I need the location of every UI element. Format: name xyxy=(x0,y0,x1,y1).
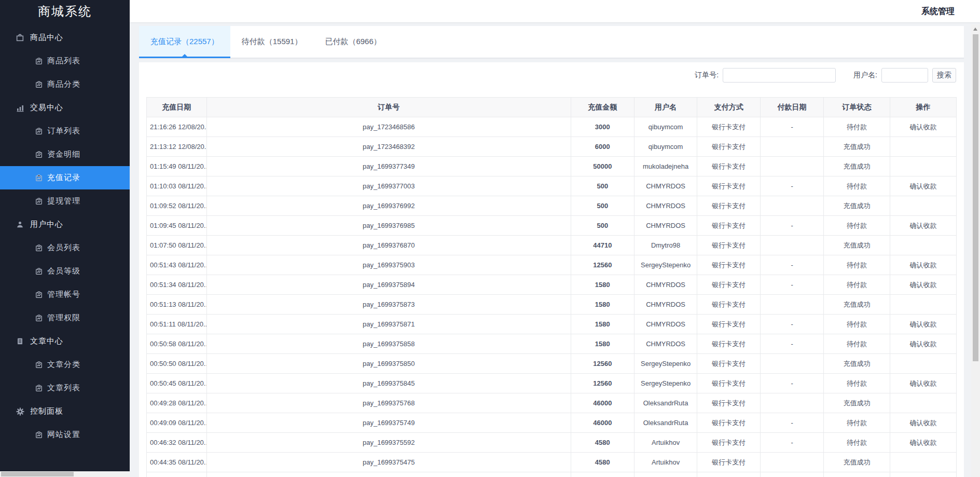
vertical-scrollbar-thumb[interactable] xyxy=(973,34,978,361)
order-status-cell: 充值成功 xyxy=(823,354,890,374)
sidebar-item-label: 管理权限 xyxy=(47,313,80,323)
sidebar-section-control-panel[interactable]: 控制面板 xyxy=(0,400,130,423)
sidebar-item-withdraw-manage[interactable]: 提现管理 xyxy=(0,189,130,213)
pay-date-cell xyxy=(761,393,824,413)
order-no-cell: pay_1699375871 xyxy=(206,315,571,334)
confirm-receipt-button[interactable]: 确认收款 xyxy=(909,281,936,289)
empty-cell xyxy=(571,472,634,477)
recharge-date-cell: 00:50:58 08/11/20... xyxy=(147,334,207,354)
username-cell: CHMYRDOS xyxy=(634,295,697,315)
board-icon xyxy=(35,128,43,135)
sidebar-horizontal-scrollbar[interactable] xyxy=(0,471,130,477)
confirm-receipt-button[interactable]: 确认收款 xyxy=(909,340,936,348)
username-input[interactable] xyxy=(881,68,928,83)
confirm-receipt-button[interactable]: 确认收款 xyxy=(909,182,936,190)
order-status-cell: 待付款 xyxy=(823,216,890,236)
confirm-receipt-button[interactable]: 确认收款 xyxy=(909,261,936,269)
sidebar-section-label: 商品中心 xyxy=(30,33,63,43)
vertical-scrollbar[interactable] xyxy=(971,24,980,477)
amount-cell: 12560 xyxy=(571,255,634,275)
pay-date-cell: - xyxy=(761,433,824,453)
recharge-date-cell: 00:51:13 08/11/20... xyxy=(147,295,207,315)
board-icon xyxy=(35,198,43,205)
confirm-receipt-button[interactable]: 确认收款 xyxy=(909,419,936,427)
sidebar-item-site-settings[interactable]: 网站设置 xyxy=(0,423,130,446)
amount-cell: 12560 xyxy=(571,374,634,393)
pay-method-cell: 银行卡支付 xyxy=(697,315,761,334)
sidebar-item-member-list[interactable]: 会员列表 xyxy=(0,236,130,260)
system-admin-menu[interactable]: 系统管理 xyxy=(921,0,955,22)
pay-method-cell: 银行卡支付 xyxy=(697,157,761,176)
tab-recharge-records[interactable]: 充值记录（22557） xyxy=(139,26,230,58)
tab-paid[interactable]: 已付款（6966） xyxy=(313,26,392,58)
username-cell: CHMYRDOS xyxy=(634,196,697,216)
sidebar-item-fund-details[interactable]: 资金明细 xyxy=(0,143,130,166)
order-no-cell: pay_1699376870 xyxy=(206,236,571,255)
empty-cell xyxy=(890,472,956,477)
confirm-receipt-button[interactable]: 确认收款 xyxy=(909,439,936,446)
recharge-records-table: 充值日期订单号充值金额用户名支付方式付款日期订单状态操作 21:16:26 12… xyxy=(146,97,957,477)
sidebar-item-article-category[interactable]: 文章分类 xyxy=(0,353,130,376)
pay-date-cell xyxy=(761,157,824,176)
amount-cell: 1580 xyxy=(571,275,634,295)
amount-cell: 6000 xyxy=(571,137,634,157)
amount-cell: 46000 xyxy=(571,413,634,433)
recharge-date-cell: 01:15:49 08/11/20... xyxy=(147,157,207,176)
board-icon xyxy=(35,315,43,322)
table-row: 01:07:50 08/11/20...pay_169937687044710D… xyxy=(147,236,957,255)
amount-cell: 500 xyxy=(571,176,634,196)
sidebar-horizontal-scrollbar-thumb[interactable] xyxy=(1,472,74,476)
confirm-receipt-button[interactable]: 确认收款 xyxy=(909,320,936,328)
records-card: 订单号: 用户名: 搜索 充值日期订单号充值金额用户名支付方式付款日期订单状态操… xyxy=(139,62,964,477)
user-icon xyxy=(16,221,24,228)
sidebar-item-product-category[interactable]: 商品分类 xyxy=(0,73,130,96)
action-cell: 确认收款 xyxy=(890,433,956,453)
recharge-date-cell: 00:51:43 08/11/20... xyxy=(147,255,207,275)
order-no-cell: pay_1699375475 xyxy=(206,453,571,472)
sidebar-item-product-list[interactable]: 商品列表 xyxy=(0,49,130,73)
order-status-cell: 待付款 xyxy=(823,255,890,275)
sidebar-section-trade-center[interactable]: 交易中心 xyxy=(0,96,130,119)
order-no-input[interactable] xyxy=(723,68,836,83)
order-no-cell: pay_1723468586 xyxy=(206,117,571,137)
tab-pending-payment[interactable]: 待付款（15591） xyxy=(230,26,314,58)
action-cell: 确认收款 xyxy=(890,117,956,137)
sidebar-item-label: 文章分类 xyxy=(47,360,80,370)
board-icon xyxy=(35,244,43,252)
pay-date-cell: - xyxy=(761,315,824,334)
empty-cell xyxy=(697,472,761,477)
pay-method-cell: 银行卡支付 xyxy=(697,433,761,453)
sidebar-section-product-center[interactable]: 商品中心 xyxy=(0,26,130,49)
order-no-cell: pay_1723468392 xyxy=(206,137,571,157)
order-no-cell: pay_1699377003 xyxy=(206,176,571,196)
order-status-cell: 充值成功 xyxy=(823,196,890,216)
recharge-date-cell: 00:46:32 08/11/20... xyxy=(147,433,207,453)
sidebar-item-admin-permission[interactable]: 管理权限 xyxy=(0,306,130,330)
confirm-receipt-button[interactable]: 确认收款 xyxy=(909,379,936,387)
confirm-receipt-button[interactable]: 确认收款 xyxy=(909,123,936,131)
sidebar-item-member-level[interactable]: 会员等级 xyxy=(0,260,130,283)
search-button[interactable]: 搜索 xyxy=(932,68,956,83)
action-cell: 确认收款 xyxy=(890,374,956,393)
sidebar-item-article-list[interactable]: 文章列表 xyxy=(0,376,130,400)
sidebar-section-article-center[interactable]: 文章中心 xyxy=(0,330,130,353)
pay-method-cell: 银行卡支付 xyxy=(697,275,761,295)
sidebar-item-label: 充值记录 xyxy=(47,173,80,183)
sidebar-item-label: 文章列表 xyxy=(47,383,80,393)
sidebar-item-order-list[interactable]: 订单列表 xyxy=(0,119,130,143)
order-status-cell: 充值成功 xyxy=(823,295,890,315)
amount-cell: 50000 xyxy=(571,157,634,176)
scrollbar-up-arrow-icon[interactable] xyxy=(973,28,977,31)
amount-cell: 500 xyxy=(571,216,634,236)
sidebar-item-admin-account[interactable]: 管理帐号 xyxy=(0,283,130,306)
table-row: 00:49:28 08/11/20...pay_169937576846000O… xyxy=(147,393,957,413)
search-row: 订单号: 用户名: 搜索 xyxy=(139,68,956,83)
order-no-cell: pay_1699375894 xyxy=(206,275,571,295)
action-cell: 确认收款 xyxy=(890,334,956,354)
pay-date-cell: - xyxy=(761,117,824,137)
sidebar-section-user-center[interactable]: 用户中心 xyxy=(0,213,130,236)
sidebar-item-recharge-records[interactable]: 充值记录 xyxy=(0,166,130,189)
confirm-receipt-button[interactable]: 确认收款 xyxy=(909,222,936,229)
pay-date-cell xyxy=(761,453,824,472)
pay-date-cell xyxy=(761,137,824,157)
